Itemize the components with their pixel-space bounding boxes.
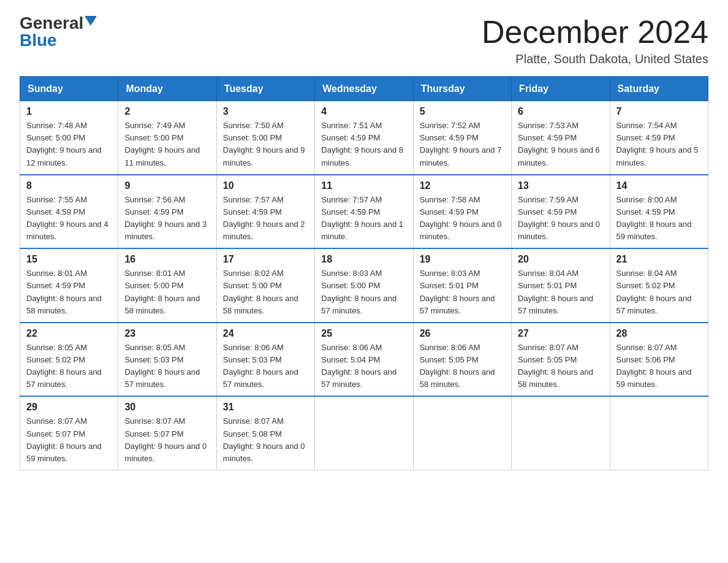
day-info: Sunrise: 8:07 AMSunset: 5:07 PMDaylight:… xyxy=(124,416,207,462)
weekday-header-monday: Monday xyxy=(118,77,216,101)
day-info: Sunrise: 7:52 AMSunset: 4:59 PMDaylight:… xyxy=(420,121,502,167)
day-info: Sunrise: 8:07 AMSunset: 5:05 PMDaylight:… xyxy=(518,343,593,389)
calendar-cell: 8 Sunrise: 7:55 AMSunset: 4:59 PMDayligh… xyxy=(20,175,118,249)
day-number: 31 xyxy=(223,402,308,413)
calendar-cell: 7 Sunrise: 7:54 AMSunset: 4:59 PMDayligh… xyxy=(610,101,708,175)
day-number: 12 xyxy=(420,180,505,191)
day-number: 11 xyxy=(321,180,406,191)
calendar-cell xyxy=(610,396,708,470)
day-info: Sunrise: 8:07 AMSunset: 5:08 PMDaylight:… xyxy=(223,416,305,462)
calendar-cell: 12 Sunrise: 7:58 AMSunset: 4:59 PMDaylig… xyxy=(413,175,511,249)
calendar-week-3: 15 Sunrise: 8:01 AMSunset: 4:59 PMDaylig… xyxy=(20,248,708,323)
calendar-cell: 9 Sunrise: 7:56 AMSunset: 4:59 PMDayligh… xyxy=(118,175,216,249)
day-number: 2 xyxy=(124,106,210,117)
day-info: Sunrise: 8:05 AMSunset: 5:03 PMDaylight:… xyxy=(124,343,200,389)
day-info: Sunrise: 8:04 AMSunset: 5:01 PMDaylight:… xyxy=(518,269,593,315)
calendar-cell: 28 Sunrise: 8:07 AMSunset: 5:06 PMDaylig… xyxy=(610,323,708,397)
weekday-header-row: SundayMondayTuesdayWednesdayThursdayFrid… xyxy=(20,77,708,101)
day-info: Sunrise: 8:05 AMSunset: 5:02 PMDaylight:… xyxy=(26,343,102,389)
day-number: 9 xyxy=(124,180,210,191)
day-number: 19 xyxy=(420,254,505,265)
calendar-week-5: 29 Sunrise: 8:07 AMSunset: 5:07 PMDaylig… xyxy=(20,396,708,470)
calendar-cell: 25 Sunrise: 8:06 AMSunset: 5:04 PMDaylig… xyxy=(315,323,413,397)
calendar-cell: 17 Sunrise: 8:02 AMSunset: 5:00 PMDaylig… xyxy=(216,248,314,323)
calendar-cell: 5 Sunrise: 7:52 AMSunset: 4:59 PMDayligh… xyxy=(413,101,511,175)
day-number: 18 xyxy=(321,254,406,265)
day-number: 15 xyxy=(26,254,112,265)
day-info: Sunrise: 7:59 AMSunset: 4:59 PMDaylight:… xyxy=(518,195,600,241)
day-info: Sunrise: 7:48 AMSunset: 5:00 PMDaylight:… xyxy=(26,121,102,167)
day-info: Sunrise: 8:01 AMSunset: 4:59 PMDaylight:… xyxy=(26,269,102,315)
day-number: 17 xyxy=(223,254,308,265)
day-number: 22 xyxy=(26,328,112,339)
day-info: Sunrise: 8:07 AMSunset: 5:07 PMDaylight:… xyxy=(26,416,102,462)
calendar-cell: 29 Sunrise: 8:07 AMSunset: 5:07 PMDaylig… xyxy=(20,396,118,470)
day-number: 26 xyxy=(420,328,505,339)
day-info: Sunrise: 7:57 AMSunset: 4:59 PMDaylight:… xyxy=(223,195,305,241)
calendar-cell: 26 Sunrise: 8:06 AMSunset: 5:05 PMDaylig… xyxy=(413,323,511,397)
weekday-header-sunday: Sunday xyxy=(20,77,118,101)
day-info: Sunrise: 8:06 AMSunset: 5:05 PMDaylight:… xyxy=(420,343,495,389)
calendar-cell: 21 Sunrise: 8:04 AMSunset: 5:02 PMDaylig… xyxy=(610,248,708,323)
day-number: 23 xyxy=(124,328,210,339)
day-number: 20 xyxy=(518,254,603,265)
page-header: General Blue December 2024 Platte, South… xyxy=(20,15,708,66)
calendar-cell: 30 Sunrise: 8:07 AMSunset: 5:07 PMDaylig… xyxy=(118,396,216,470)
day-info: Sunrise: 7:55 AMSunset: 4:59 PMDaylight:… xyxy=(26,195,108,241)
weekday-header-friday: Friday xyxy=(512,77,610,101)
calendar-cell: 13 Sunrise: 7:59 AMSunset: 4:59 PMDaylig… xyxy=(512,175,610,249)
calendar-table: SundayMondayTuesdayWednesdayThursdayFrid… xyxy=(20,76,708,470)
day-number: 1 xyxy=(26,106,112,117)
weekday-header-wednesday: Wednesday xyxy=(315,77,413,101)
calendar-cell: 16 Sunrise: 8:01 AMSunset: 5:00 PMDaylig… xyxy=(118,248,216,323)
day-info: Sunrise: 8:02 AMSunset: 5:00 PMDaylight:… xyxy=(223,269,298,315)
calendar-cell xyxy=(512,396,610,470)
day-number: 4 xyxy=(321,106,406,117)
day-info: Sunrise: 8:00 AMSunset: 4:59 PMDaylight:… xyxy=(616,195,692,241)
day-number: 29 xyxy=(26,402,112,413)
day-info: Sunrise: 7:56 AMSunset: 4:59 PMDaylight:… xyxy=(124,195,207,241)
day-info: Sunrise: 7:50 AMSunset: 5:00 PMDaylight:… xyxy=(223,121,305,167)
day-number: 16 xyxy=(124,254,210,265)
day-number: 10 xyxy=(223,180,308,191)
logo-triangle-icon xyxy=(85,16,97,26)
calendar-cell xyxy=(413,396,511,470)
calendar-cell: 11 Sunrise: 7:57 AMSunset: 4:59 PMDaylig… xyxy=(315,175,413,249)
day-number: 14 xyxy=(616,180,702,191)
day-info: Sunrise: 8:04 AMSunset: 5:02 PMDaylight:… xyxy=(616,269,692,315)
calendar-cell: 24 Sunrise: 8:06 AMSunset: 5:03 PMDaylig… xyxy=(216,323,314,397)
calendar-cell: 18 Sunrise: 8:03 AMSunset: 5:00 PMDaylig… xyxy=(315,248,413,323)
day-info: Sunrise: 8:07 AMSunset: 5:06 PMDaylight:… xyxy=(616,343,692,389)
weekday-header-tuesday: Tuesday xyxy=(216,77,314,101)
calendar-cell: 27 Sunrise: 8:07 AMSunset: 5:05 PMDaylig… xyxy=(512,323,610,397)
calendar-cell: 15 Sunrise: 8:01 AMSunset: 4:59 PMDaylig… xyxy=(20,248,118,323)
calendar-cell: 23 Sunrise: 8:05 AMSunset: 5:03 PMDaylig… xyxy=(118,323,216,397)
calendar-cell: 6 Sunrise: 7:53 AMSunset: 4:59 PMDayligh… xyxy=(512,101,610,175)
day-number: 13 xyxy=(518,180,603,191)
weekday-header-thursday: Thursday xyxy=(413,77,511,101)
day-number: 24 xyxy=(223,328,308,339)
day-info: Sunrise: 8:03 AMSunset: 5:00 PMDaylight:… xyxy=(321,269,396,315)
calendar-cell: 10 Sunrise: 7:57 AMSunset: 4:59 PMDaylig… xyxy=(216,175,314,249)
calendar-cell: 31 Sunrise: 8:07 AMSunset: 5:08 PMDaylig… xyxy=(216,396,314,470)
calendar-cell: 19 Sunrise: 8:03 AMSunset: 5:01 PMDaylig… xyxy=(413,248,511,323)
calendar-cell: 3 Sunrise: 7:50 AMSunset: 5:00 PMDayligh… xyxy=(216,101,314,175)
day-number: 8 xyxy=(26,180,112,191)
calendar-cell: 1 Sunrise: 7:48 AMSunset: 5:00 PMDayligh… xyxy=(20,101,118,175)
day-number: 28 xyxy=(616,328,702,339)
location-title: Platte, South Dakota, United States xyxy=(482,52,708,66)
day-info: Sunrise: 8:01 AMSunset: 5:00 PMDaylight:… xyxy=(124,269,200,315)
month-title: December 2024 xyxy=(482,15,708,50)
logo: General Blue xyxy=(20,15,97,49)
day-info: Sunrise: 8:06 AMSunset: 5:04 PMDaylight:… xyxy=(321,343,396,389)
calendar-week-4: 22 Sunrise: 8:05 AMSunset: 5:02 PMDaylig… xyxy=(20,323,708,397)
day-info: Sunrise: 7:49 AMSunset: 5:00 PMDaylight:… xyxy=(124,121,200,167)
calendar-cell: 2 Sunrise: 7:49 AMSunset: 5:00 PMDayligh… xyxy=(118,101,216,175)
logo-general: General xyxy=(20,15,83,32)
calendar-cell xyxy=(315,396,413,470)
day-number: 3 xyxy=(223,106,308,117)
day-info: Sunrise: 8:03 AMSunset: 5:01 PMDaylight:… xyxy=(420,269,495,315)
day-info: Sunrise: 8:06 AMSunset: 5:03 PMDaylight:… xyxy=(223,343,298,389)
day-info: Sunrise: 7:54 AMSunset: 4:59 PMDaylight:… xyxy=(616,121,699,167)
title-block: December 2024 Platte, South Dakota, Unit… xyxy=(482,15,708,66)
